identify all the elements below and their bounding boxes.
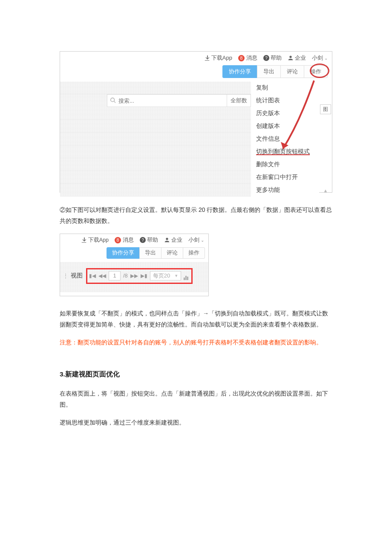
menu-create-version[interactable]: 创建版本	[251, 120, 319, 133]
messages-label: 消息	[246, 54, 257, 62]
grid-area: 全部数	[60, 81, 251, 197]
export-button[interactable]: 导出	[257, 65, 281, 78]
help-link[interactable]: ? 帮助	[140, 237, 158, 244]
chevron-down-icon: ⌄	[201, 238, 204, 243]
page-input[interactable]	[109, 271, 121, 280]
menu-delete[interactable]: 删除文件	[251, 158, 319, 171]
enterprise-icon	[288, 55, 294, 61]
user-menu[interactable]: 小剑 ⌄	[188, 237, 204, 244]
action-button[interactable]: 操作	[304, 65, 328, 78]
search-all-button[interactable]: 全部数	[227, 95, 251, 107]
enterprise-link[interactable]: 企业	[164, 237, 182, 244]
annotation-highlight-box: ▮◀ ◀◀ /8 ▶▶ ▶▮ 每页20 ▼	[86, 268, 193, 284]
menu-file-info[interactable]: 文件信息	[251, 133, 319, 145]
action-dropdown: 复制 统计图表 历史版本 创建版本 文件信息 切换到翻页按钮模式 删除文件 在新…	[251, 81, 319, 197]
enterprise-label: 企业	[295, 54, 306, 62]
download-icon	[204, 55, 210, 61]
share-button[interactable]: 协作分享	[222, 65, 257, 78]
share-button[interactable]: 协作分享	[107, 247, 140, 259]
action-button[interactable]: 操作	[183, 247, 205, 259]
help-label: 帮助	[271, 54, 282, 62]
last-page-icon[interactable]: ▶▮	[141, 273, 147, 279]
help-link[interactable]: ? 帮助	[263, 54, 282, 62]
download-icon	[81, 237, 87, 243]
scroll-up-icon: ▲	[320, 188, 331, 193]
svg-point-0	[111, 98, 115, 101]
view-label: 视图	[71, 272, 83, 280]
help-icon: ?	[140, 237, 146, 243]
menu-history[interactable]: 历史版本	[251, 107, 319, 120]
toolbar2: 协作分享 导出 评论 操作	[60, 246, 208, 262]
first-page-icon[interactable]: ▮◀	[89, 273, 96, 279]
notification-badge: 8	[115, 237, 121, 243]
topbar2: 下载App 8 消息 ? 帮助 企业 小剑 ⌄	[60, 234, 208, 246]
menu-more[interactable]: 更多功能	[251, 184, 319, 197]
download-app-link[interactable]: 下载App	[204, 54, 232, 62]
menu-chart[interactable]: 统计图表	[251, 94, 319, 107]
paragraph-note: 注意：翻页功能的设置只针对各自的账号，别人的账号打开表格时不受表格创建者翻页设置…	[60, 337, 332, 348]
next-page-icon[interactable]: ▶▶	[130, 273, 138, 279]
enterprise-icon	[164, 237, 170, 243]
download-app-label: 下载App	[211, 54, 232, 62]
user-label: 小剑	[312, 54, 323, 62]
search-icon	[107, 97, 118, 104]
menu-new-window[interactable]: 在新窗口中打开	[251, 171, 319, 184]
help-icon: ?	[263, 55, 269, 61]
paragraph-view-2: 逻辑思维更加明确，通过三个维度来新建视图。	[60, 417, 332, 428]
menu-switch-pagination[interactable]: 切换到翻页按钮模式	[251, 145, 319, 158]
image-button[interactable]: 图	[320, 104, 331, 114]
paragraph-view-1: 在表格页面上，将「视图」按钮突出。点击「新建普通视图」后，出现此次优化的视图设置…	[60, 388, 332, 410]
drag-handle-icon: ⋮	[63, 272, 68, 279]
svg-line-1	[114, 101, 116, 103]
right-column: 图 ▲	[319, 81, 332, 197]
section-heading-3: 3.新建视图页面优化	[60, 370, 332, 379]
menu-copy[interactable]: 复制	[251, 81, 319, 94]
download-app-link[interactable]: 下载App	[81, 237, 109, 244]
paragraph-settings: ②如下图可以对翻页进行自定义设置。默认每页显示 20 行数据。点最右侧的「数据」…	[60, 205, 332, 227]
search-bar: 全部数	[107, 94, 251, 107]
enterprise-link[interactable]: 企业	[288, 54, 306, 62]
chevron-down-icon: ⌄	[324, 56, 328, 61]
screenshot-dropdown: 下载App 8 消息 ? 帮助 企业 小剑 ⌄ 协作分享 导出 评论 操作	[60, 51, 332, 193]
toolbar: 协作分享 导出 评论 操作	[60, 64, 332, 81]
export-button[interactable]: 导出	[139, 247, 161, 259]
pager-row: ⋮ 视图 ▮◀ ◀◀ /8 ▶▶ ▶▮ 每页20 ▼	[63, 268, 206, 284]
messages-link[interactable]: 8 消息	[115, 237, 134, 244]
stats-chart-icon[interactable]	[184, 273, 190, 278]
comment-button[interactable]: 评论	[161, 247, 183, 259]
messages-link[interactable]: 8 消息	[238, 54, 257, 62]
paragraph-restore: 如果要恢复成「不翻页」的模式，也同样点击「操作」→「切换到自动加载模式」既可。翻…	[60, 308, 332, 330]
notification-badge: 8	[238, 55, 245, 61]
screenshot-pagination: 下载App 8 消息 ? 帮助 企业 小剑 ⌄ 协作分享 导出 评论 操作 ⋮ …	[60, 234, 209, 296]
per-page-label: 每页20	[153, 272, 170, 280]
comment-button[interactable]: 评论	[280, 65, 304, 78]
per-page-select[interactable]: 每页20 ▼	[150, 271, 181, 280]
user-menu[interactable]: 小剑 ⌄	[312, 54, 328, 62]
page-total: /8	[123, 272, 128, 279]
dropdown-triangle-icon: ▼	[174, 274, 178, 278]
topbar: 下载App 8 消息 ? 帮助 企业 小剑 ⌄	[60, 52, 332, 64]
prev-page-icon[interactable]: ◀◀	[98, 273, 106, 279]
search-input[interactable]	[118, 98, 227, 104]
